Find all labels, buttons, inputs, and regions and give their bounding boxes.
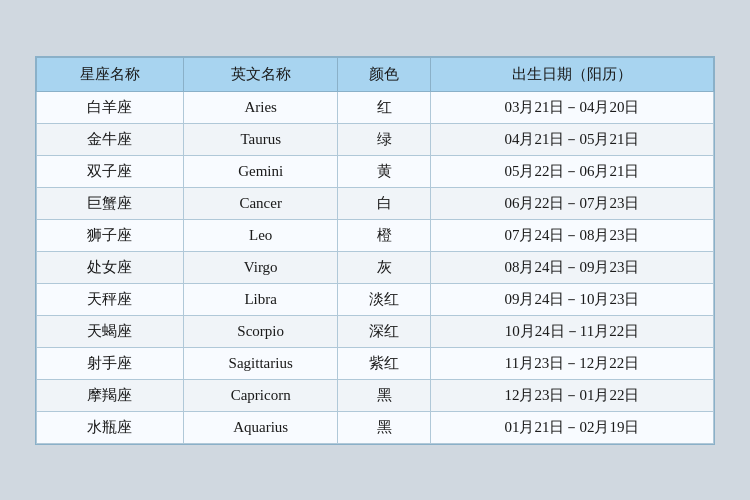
zodiac-table: 星座名称 英文名称 颜色 出生日期（阳历） 白羊座Aries红03月21日－04… (36, 57, 714, 444)
cell-dates: 03月21日－04月20日 (430, 91, 713, 123)
cell-color: 红 (338, 91, 431, 123)
cell-color: 黑 (338, 379, 431, 411)
cell-english-name: Gemini (183, 155, 338, 187)
zodiac-table-container: 星座名称 英文名称 颜色 出生日期（阳历） 白羊座Aries红03月21日－04… (35, 56, 715, 445)
table-row: 射手座Sagittarius紫红11月23日－12月22日 (37, 347, 714, 379)
cell-dates: 09月24日－10月23日 (430, 283, 713, 315)
table-row: 双子座Gemini黄05月22日－06月21日 (37, 155, 714, 187)
cell-english-name: Virgo (183, 251, 338, 283)
cell-dates: 04月21日－05月21日 (430, 123, 713, 155)
cell-color: 淡红 (338, 283, 431, 315)
cell-english-name: Cancer (183, 187, 338, 219)
cell-color: 紫红 (338, 347, 431, 379)
header-color: 颜色 (338, 57, 431, 91)
cell-color: 黄 (338, 155, 431, 187)
table-row: 处女座Virgo灰08月24日－09月23日 (37, 251, 714, 283)
cell-dates: 01月21日－02月19日 (430, 411, 713, 443)
table-row: 白羊座Aries红03月21日－04月20日 (37, 91, 714, 123)
cell-dates: 08月24日－09月23日 (430, 251, 713, 283)
cell-english-name: Libra (183, 283, 338, 315)
cell-dates: 07月24日－08月23日 (430, 219, 713, 251)
table-row: 水瓶座Aquarius黑01月21日－02月19日 (37, 411, 714, 443)
cell-dates: 10月24日－11月22日 (430, 315, 713, 347)
cell-chinese-name: 白羊座 (37, 91, 184, 123)
cell-dates: 05月22日－06月21日 (430, 155, 713, 187)
cell-english-name: Leo (183, 219, 338, 251)
cell-color: 绿 (338, 123, 431, 155)
table-row: 狮子座Leo橙07月24日－08月23日 (37, 219, 714, 251)
table-body: 白羊座Aries红03月21日－04月20日金牛座Taurus绿04月21日－0… (37, 91, 714, 443)
cell-dates: 06月22日－07月23日 (430, 187, 713, 219)
table-row: 天秤座Libra淡红09月24日－10月23日 (37, 283, 714, 315)
table-row: 金牛座Taurus绿04月21日－05月21日 (37, 123, 714, 155)
cell-english-name: Aries (183, 91, 338, 123)
cell-chinese-name: 金牛座 (37, 123, 184, 155)
table-header-row: 星座名称 英文名称 颜色 出生日期（阳历） (37, 57, 714, 91)
cell-chinese-name: 水瓶座 (37, 411, 184, 443)
cell-dates: 11月23日－12月22日 (430, 347, 713, 379)
header-chinese-name: 星座名称 (37, 57, 184, 91)
header-dates: 出生日期（阳历） (430, 57, 713, 91)
table-row: 天蝎座Scorpio深红10月24日－11月22日 (37, 315, 714, 347)
cell-chinese-name: 天秤座 (37, 283, 184, 315)
cell-chinese-name: 双子座 (37, 155, 184, 187)
table-row: 巨蟹座Cancer白06月22日－07月23日 (37, 187, 714, 219)
cell-color: 深红 (338, 315, 431, 347)
cell-english-name: Scorpio (183, 315, 338, 347)
cell-english-name: Aquarius (183, 411, 338, 443)
cell-english-name: Taurus (183, 123, 338, 155)
cell-chinese-name: 摩羯座 (37, 379, 184, 411)
cell-dates: 12月23日－01月22日 (430, 379, 713, 411)
cell-color: 黑 (338, 411, 431, 443)
cell-color: 橙 (338, 219, 431, 251)
cell-english-name: Sagittarius (183, 347, 338, 379)
cell-color: 灰 (338, 251, 431, 283)
header-english-name: 英文名称 (183, 57, 338, 91)
cell-color: 白 (338, 187, 431, 219)
cell-chinese-name: 狮子座 (37, 219, 184, 251)
cell-chinese-name: 天蝎座 (37, 315, 184, 347)
cell-chinese-name: 处女座 (37, 251, 184, 283)
cell-english-name: Capricorn (183, 379, 338, 411)
table-row: 摩羯座Capricorn黑12月23日－01月22日 (37, 379, 714, 411)
cell-chinese-name: 巨蟹座 (37, 187, 184, 219)
cell-chinese-name: 射手座 (37, 347, 184, 379)
